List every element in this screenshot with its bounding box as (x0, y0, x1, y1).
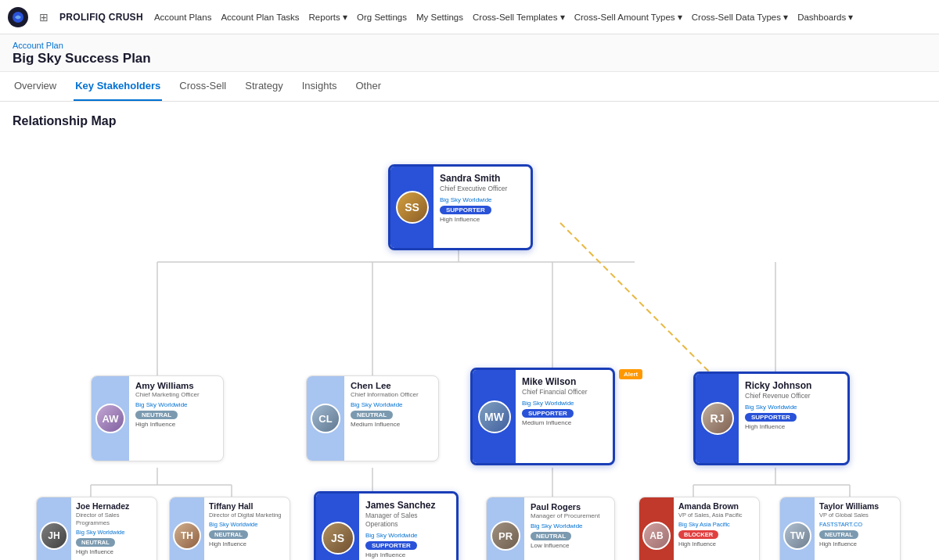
nav-cross-sell-data[interactable]: Cross-Sell Data Types ▾ (692, 12, 788, 23)
paul-company: Big Sky Worldwide (531, 522, 608, 529)
james-influence: High Influence (365, 551, 450, 558)
chen-influence: Medium Influence (351, 421, 432, 428)
tiffany-name: Tiffany Hall (209, 501, 285, 511)
tiffany-company: Big Sky Worldwide (209, 521, 285, 528)
joe-badge: NEUTRAL (76, 538, 115, 547)
alert-badge: Alert (619, 369, 642, 379)
sandra-badge: SUPPORTER (440, 206, 491, 214)
tab-overview[interactable]: Overview (13, 72, 58, 101)
paul-badge: NEUTRAL (531, 532, 571, 540)
chen-name: Chen Lee (351, 381, 432, 390)
ricky-influence: High Influence (745, 423, 841, 430)
amy-influence: High Influence (135, 421, 217, 428)
card-mike[interactable]: MW Mike Wilson Chief Financial Officer B… (470, 368, 615, 465)
james-company: Big Sky Worldwide (365, 532, 450, 539)
taylor-influence: High Influence (819, 540, 895, 547)
mike-title: Chief Financial Officer (522, 388, 606, 397)
card-joe[interactable]: JH Joe Hernadez Director of Sales Progra… (36, 497, 157, 560)
ricky-company: Big Sky Worldwide (745, 404, 841, 411)
taylor-company: FASTSTART.CO (819, 521, 895, 528)
card-paul[interactable]: PR Paul Rogers Manager of Procurement Bi… (486, 497, 615, 560)
nav-cross-sell-templates[interactable]: Cross-Sell Templates ▾ (473, 12, 565, 23)
nav-account-plan-tasks[interactable]: Account Plan Tasks (221, 13, 299, 22)
tab-cross-sell[interactable]: Cross-Sell (178, 72, 228, 101)
tiffany-influence: High Influence (209, 540, 285, 547)
top-nav: ⊞ PROLIFIQ CRUSH Account Plans Account P… (0, 0, 939, 34)
amanda-company: Big Sky Asia Pacific (678, 521, 754, 528)
breadcrumb[interactable]: Account Plan (13, 41, 926, 50)
sandra-title: Chief Executive Officer (440, 185, 524, 193)
amy-badge: NEUTRAL (135, 411, 178, 419)
card-taylor[interactable]: TW Taylor Williams VP of Global Sales FA… (779, 497, 901, 560)
chen-badge: NEUTRAL (351, 411, 393, 419)
tabs: Overview Key Stakeholders Cross-Sell Str… (0, 72, 939, 102)
taylor-title: VP of Global Sales (819, 512, 895, 519)
app-logo[interactable] (8, 7, 28, 27)
james-name: James Sanchez (365, 500, 450, 511)
nav-org-settings[interactable]: Org Settings (357, 13, 407, 22)
james-badge: SUPPORTER (365, 541, 417, 550)
tab-insights[interactable]: Insights (300, 72, 339, 101)
sandra-company: Big Sky Worldwide (440, 196, 524, 203)
amy-name: Amy Williams (135, 381, 217, 390)
amy-title: Chief Marketing Officer (135, 391, 217, 399)
taylor-badge: NEUTRAL (819, 530, 858, 539)
paul-name: Paul Rogers (531, 502, 608, 512)
mike-name: Mike Wilson (522, 376, 606, 387)
amanda-name: Amanda Brown (678, 501, 754, 511)
joe-name: Joe Hernadez (76, 501, 152, 511)
paul-influence: Low Influence (531, 542, 608, 549)
joe-title: Director of Sales Programmes (76, 512, 152, 527)
amy-company: Big Sky Worldwide (135, 401, 217, 408)
mike-badge: SUPPORTER (522, 409, 574, 418)
amanda-title: VP of Sales, Asia Pacific (678, 512, 754, 519)
sandra-influence: High Influence (440, 216, 524, 223)
joe-influence: High Influence (76, 548, 152, 555)
card-james[interactable]: JS James Sanchez Manager of Sales Operat… (314, 491, 459, 560)
tiffany-badge: NEUTRAL (209, 530, 248, 539)
tab-strategy[interactable]: Strategy (243, 72, 284, 101)
brand-name: PROLIFIQ CRUSH (59, 12, 143, 23)
card-chen[interactable]: CL Chen Lee Chief Information Officer Bi… (306, 375, 439, 461)
svg-line-7 (560, 223, 709, 372)
tab-key-stakeholders[interactable]: Key Stakeholders (74, 72, 162, 101)
nav-cross-sell-amount[interactable]: Cross-Sell Amount Types ▾ (574, 12, 682, 23)
sandra-name: Sandra Smith (440, 173, 524, 184)
org-chart: Alert Blocker SS Sandra Smith Chief Exec… (13, 141, 897, 560)
main-content: Relationship Map (0, 102, 939, 560)
amanda-influence: High Influence (678, 540, 754, 547)
card-tiffany[interactable]: TH Tiffany Hall Director of Digital Mark… (169, 497, 290, 560)
chen-company: Big Sky Worldwide (351, 401, 432, 408)
page-title: Big Sky Success Plan (13, 51, 926, 66)
amanda-badge: BLOCKER (678, 530, 718, 539)
card-amy[interactable]: AW Amy Williams Chief Marketing Officer … (91, 375, 224, 461)
nav-reports[interactable]: Reports ▾ (309, 12, 347, 23)
nav-account-plans[interactable]: Account Plans (154, 13, 212, 22)
taylor-name: Taylor Williams (819, 501, 895, 511)
nav-items: Account Plans Account Plan Tasks Reports… (154, 12, 853, 23)
tab-other[interactable]: Other (354, 72, 383, 101)
mike-company: Big Sky Worldwide (522, 400, 606, 407)
nav-my-settings[interactable]: My Settings (416, 13, 463, 22)
grid-icon[interactable]: ⊞ (39, 11, 49, 23)
ricky-name: Ricky Johnson (745, 380, 841, 391)
card-ricky[interactable]: RJ Ricky Johnson Chief Revenue Officer B… (693, 372, 850, 465)
mike-influence: Medium Influence (522, 419, 606, 426)
tiffany-title: Director of Digital Marketing (209, 512, 285, 519)
section-title: Relationship Map (13, 114, 926, 128)
ricky-badge: SUPPORTER (745, 413, 797, 422)
james-title: Manager of Sales Operations (365, 512, 450, 529)
paul-title: Manager of Procurement (531, 512, 608, 520)
page-header: Account Plan Big Sky Success Plan (0, 34, 939, 72)
card-sandra[interactable]: SS Sandra Smith Chief Executive Officer … (388, 164, 533, 250)
card-amanda[interactable]: AB Amanda Brown VP of Sales, Asia Pacifi… (639, 497, 760, 560)
ricky-title: Chief Revenue Officer (745, 392, 841, 400)
chen-title: Chief Information Officer (351, 391, 432, 399)
joe-company: Big Sky Worldwide (76, 529, 152, 536)
nav-dashboards[interactable]: Dashboards ▾ (797, 12, 853, 23)
